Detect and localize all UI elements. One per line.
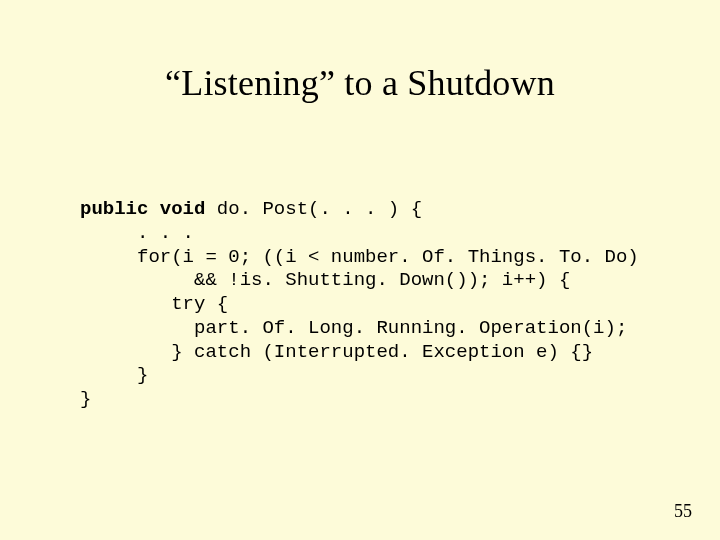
code-line-7: } catch (Interrupted. Exception e) {} bbox=[80, 341, 593, 363]
code-line-5: try { bbox=[80, 293, 228, 315]
code-line-6: part. Of. Long. Running. Operation(i); bbox=[80, 317, 627, 339]
code-line-9: } bbox=[80, 388, 91, 410]
slide-title: “Listening” to a Shutdown bbox=[0, 0, 720, 104]
slide: “Listening” to a Shutdown public void do… bbox=[0, 0, 720, 540]
code-keywords: public void bbox=[80, 198, 205, 220]
code-line-1-rest: do. Post(. . . ) { bbox=[205, 198, 422, 220]
code-line-3: for(i = 0; ((i < number. Of. Things. To.… bbox=[80, 246, 639, 268]
code-line-2: . . . bbox=[80, 222, 194, 244]
page-number: 55 bbox=[674, 501, 692, 522]
code-line-4: && !is. Shutting. Down()); i++) { bbox=[80, 269, 570, 291]
code-line-8: } bbox=[80, 364, 148, 386]
code-block: public void do. Post(. . . ) { . . . for… bbox=[80, 198, 639, 412]
